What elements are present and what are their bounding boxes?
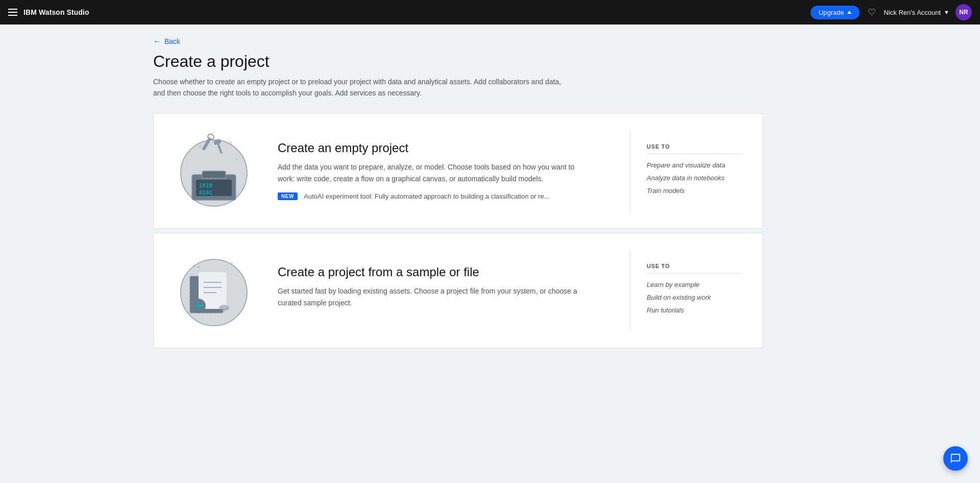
avatar[interactable]: NR	[955, 4, 972, 20]
sample-project-illustration	[174, 250, 253, 331]
upgrade-arrow-icon	[847, 11, 851, 14]
notifications-icon[interactable]: ♡	[866, 5, 878, 20]
use-to-item: Run tutorials	[647, 305, 742, 316]
use-to-title-2: USE TO	[647, 263, 742, 274]
account-selector[interactable]: Nick Ren's Account ▼	[884, 9, 949, 16]
use-to-item: Analyze data in notebooks	[647, 173, 742, 184]
top-navigation: IBM Watson Studio Upgrade ♡ Nick Ren's A…	[0, 0, 980, 25]
empty-project-use-to: USE TO Prepare and visualize data Analyz…	[630, 130, 742, 212]
sample-project-desc: Get started fast by loading existing ass…	[278, 285, 584, 308]
svg-text:1010: 1010	[199, 182, 213, 189]
svg-point-3	[230, 142, 231, 143]
sample-project-use-to: USE TO Learn by example Build on existin…	[630, 250, 742, 331]
empty-project-title: Create an empty project	[278, 141, 620, 155]
chat-icon	[950, 453, 961, 464]
app-title: IBM Watson Studio	[23, 8, 89, 16]
upgrade-label: Upgrade	[819, 9, 844, 16]
back-link[interactable]: ← Back	[153, 37, 827, 46]
chat-fab-button[interactable]	[943, 446, 968, 471]
sample-project-body: Create a project from a sample or file G…	[278, 265, 620, 316]
use-to-item: Train models	[647, 186, 742, 197]
use-to-item: Build on existing work	[647, 293, 742, 303]
svg-point-17	[231, 262, 232, 264]
svg-point-2	[199, 146, 201, 148]
svg-point-16	[198, 266, 200, 268]
badge-container: NEW AutoAI experiment tool: Fully automa…	[278, 191, 620, 201]
page-title: Create a project	[153, 52, 827, 71]
empty-project-body: Create an empty project Add the data you…	[278, 141, 620, 201]
use-to-title-1: USE TO	[647, 143, 742, 154]
sample-project-title: Create a project from a sample or file	[278, 265, 620, 279]
account-name: Nick Ren's Account	[884, 9, 941, 16]
use-to-item: Learn by example	[647, 280, 742, 291]
badge-text: AutoAI experiment tool: Fully automated …	[304, 192, 549, 200]
svg-text:0101: 0101	[199, 189, 213, 196]
svg-rect-6	[202, 171, 226, 178]
nav-right: Upgrade ♡ Nick Ren's Account ▼ NR	[811, 4, 972, 20]
new-badge: NEW	[278, 192, 298, 200]
empty-project-illustration: 1010 0101	[174, 130, 253, 212]
svg-point-27	[219, 305, 229, 311]
upgrade-button[interactable]: Upgrade	[811, 6, 860, 19]
empty-project-card[interactable]: 1010 0101 Create an empty project	[153, 113, 763, 229]
back-label: Back	[164, 37, 180, 45]
sample-project-card[interactable]: Create a project from a sample or file G…	[153, 233, 763, 348]
svg-point-4	[236, 159, 237, 160]
empty-project-desc: Add the data you want to prepare, analyz…	[278, 161, 584, 184]
page-description: Choose whether to create an empty projec…	[153, 76, 572, 99]
use-to-item: Prepare and visualize data	[647, 160, 742, 171]
back-arrow-icon: ←	[153, 37, 161, 46]
page-content: ← Back Create a project Choose whether t…	[133, 25, 847, 369]
cards-container: 1010 0101 Create an empty project	[153, 113, 763, 348]
menu-icon[interactable]	[8, 9, 17, 16]
chevron-down-icon: ▼	[944, 9, 949, 15]
